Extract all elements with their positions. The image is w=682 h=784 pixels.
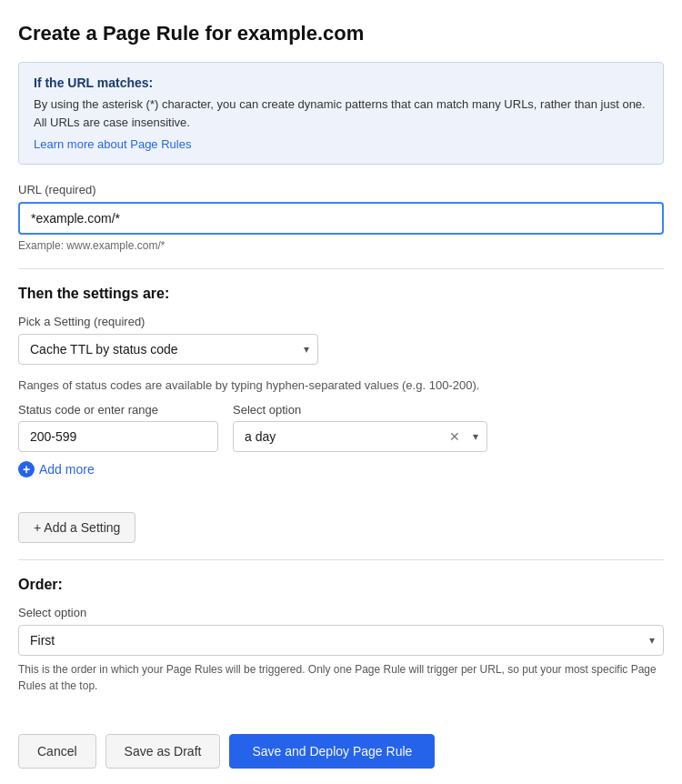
select-option-label: Select option bbox=[233, 403, 487, 417]
save-deploy-button[interactable]: Save and Deploy Page Rule bbox=[229, 734, 435, 769]
setting-select-wrapper: Cache TTL by status code Always Online B… bbox=[18, 334, 318, 365]
settings-title: Then the settings are: bbox=[18, 286, 664, 302]
url-field-label: URL (required) bbox=[18, 183, 664, 196]
status-code-input[interactable] bbox=[18, 421, 218, 452]
pick-setting-label: Pick a Setting (required) bbox=[18, 315, 664, 328]
order-hint: This is the order in which your Page Rul… bbox=[18, 661, 664, 694]
order-select[interactable]: First Last Custom bbox=[18, 625, 664, 656]
info-box-description: By using the asterisk (*) character, you… bbox=[34, 95, 648, 131]
status-code-label: Status code or enter range bbox=[18, 403, 218, 417]
footer-buttons: Cancel Save as Draft Save and Deploy Pag… bbox=[18, 719, 664, 769]
page-title: Create a Page Rule for example.com bbox=[18, 22, 664, 45]
url-field-group: URL (required) Example: www.example.com/… bbox=[18, 183, 664, 252]
option-clear-button[interactable]: ✕ bbox=[447, 429, 462, 444]
info-box: If the URL matches: By using the asteris… bbox=[18, 62, 664, 165]
add-setting-section: + Add a Setting bbox=[18, 496, 664, 543]
cancel-button[interactable]: Cancel bbox=[18, 734, 96, 769]
option-col: Select option a day an hour a week a mon… bbox=[233, 403, 487, 452]
settings-section: Then the settings are: Pick a Setting (r… bbox=[18, 286, 664, 477]
order-select-label: Select option bbox=[18, 606, 664, 619]
divider-2 bbox=[18, 559, 664, 560]
setting-select[interactable]: Cache TTL by status code Always Online B… bbox=[18, 334, 318, 365]
range-row: Status code or enter range Select option… bbox=[18, 403, 664, 452]
order-select-wrapper: First Last Custom ▾ bbox=[18, 625, 664, 656]
add-more-label: Add more bbox=[39, 462, 95, 477]
option-select-container: a day an hour a week a month ✕ ▾ bbox=[233, 421, 487, 452]
order-title: Order: bbox=[18, 577, 664, 593]
info-box-title: If the URL matches: bbox=[34, 75, 648, 90]
url-example-text: Example: www.example.com/* bbox=[18, 239, 664, 252]
add-more-button[interactable]: + Add more bbox=[18, 461, 95, 477]
add-more-icon: + bbox=[18, 461, 35, 477]
add-setting-button[interactable]: + Add a Setting bbox=[18, 512, 135, 543]
order-section: Order: Select option First Last Custom ▾… bbox=[18, 577, 664, 694]
status-code-col: Status code or enter range bbox=[18, 403, 218, 452]
status-code-hint: Ranges of status codes are available by … bbox=[18, 377, 664, 394]
divider-1 bbox=[18, 268, 664, 269]
save-draft-button[interactable]: Save as Draft bbox=[105, 734, 221, 769]
learn-more-link[interactable]: Learn more about Page Rules bbox=[34, 137, 191, 151]
url-input[interactable] bbox=[18, 202, 664, 235]
